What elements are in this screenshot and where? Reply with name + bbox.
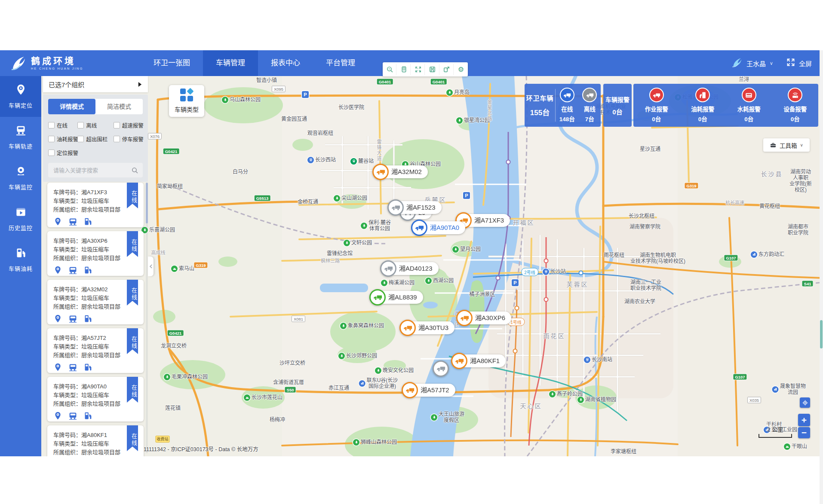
vehicle-card[interactable]: 车牌号码：湘A71XF3 车辆类型：垃圾压缩车 所属组织：厨余垃圾项目部 在线 (47, 183, 144, 227)
map-poi-label: 晟象智慧物流园 (772, 383, 806, 395)
fuel-pump-icon[interactable] (83, 266, 92, 276)
alarm-icon (649, 88, 664, 102)
checkbox-icon[interactable] (48, 122, 55, 128)
map-poi-label: 尖山湖公园 (334, 194, 367, 202)
checkbox-icon[interactable] (77, 122, 84, 128)
vehicle-marker[interactable]: 湘A30XP6 (456, 310, 511, 326)
list-scrollbar-thumb[interactable] (146, 183, 148, 223)
vehicle-marker[interactable]: 湘A80KF1 (451, 353, 506, 369)
offline-stat: 离线 7台 (582, 88, 597, 123)
measure-icon[interactable] (383, 64, 396, 75)
map-poi-label: 杭长高速 (725, 200, 744, 206)
locate-pin-icon[interactable] (53, 217, 62, 227)
track-bus-icon[interactable] (68, 217, 77, 227)
frame-select-icon[interactable] (397, 64, 411, 75)
fit-view-icon[interactable] (412, 64, 425, 75)
org-selector[interactable]: 已选7个组织 (43, 76, 148, 92)
search-icon[interactable] (131, 167, 138, 174)
page-scrollbar[interactable] (820, 50, 823, 504)
checkbox-icon[interactable] (114, 122, 120, 128)
vehicle-card[interactable]: 车牌号码：湘A32M02 车辆类型：垃圾压缩车 所属组织：厨余垃圾项目部 在线 (47, 280, 144, 324)
fuel-pump-icon[interactable] (83, 314, 92, 324)
vehicle-card[interactable]: 车牌号码：湘A80KF1 车辆类型：垃圾压缩车 所属组织：厨余垃圾项目部 在线 (47, 425, 144, 456)
map-poi-label: 望月公园 (452, 245, 481, 253)
vehicle-card[interactable]: 车牌号码：湘A57JT2 车辆类型：垃圾压缩车 所属组织：厨余垃圾项目部 在线 (47, 328, 144, 373)
toolbox-button[interactable]: 工具箱 ∨ (763, 138, 810, 152)
track-bus-icon[interactable] (68, 363, 77, 373)
filter-checkbox[interactable]: 在线 (48, 121, 77, 129)
fuel-pump-icon[interactable] (83, 217, 92, 227)
track-bus-icon[interactable] (68, 266, 77, 276)
locate-pin-icon[interactable] (53, 363, 62, 373)
plate-label: 车牌号码： (53, 432, 81, 438)
arrow-right-icon[interactable] (138, 82, 142, 87)
sidebar-item-vehicle-track[interactable]: 车辆轨迹 (0, 117, 41, 158)
tab-simple-mode[interactable]: 简洁模式 (95, 99, 143, 114)
zoom-out-button[interactable]: − (798, 427, 810, 438)
org-value: 厨余垃圾项目部 (81, 206, 120, 213)
filter-checkbox[interactable]: 定位报警 (48, 149, 77, 157)
settings-icon[interactable]: ⚙ (454, 64, 467, 75)
vehicle-marker[interactable]: 湘A90TA0 (411, 220, 465, 236)
map-poi-label: 长沙郊野公园 (338, 352, 377, 360)
checkbox-icon[interactable] (77, 136, 84, 142)
user-name[interactable]: 王水晶 (746, 59, 766, 68)
menu-vehicle-mgmt[interactable]: 车辆管理 (203, 50, 258, 76)
map-poi-label: 长沙南站 (584, 356, 612, 363)
vehicle-marker[interactable]: 湘A30TU3 (399, 320, 454, 336)
filter-checkbox[interactable]: 油耗报警 (48, 135, 77, 143)
fullscreen-icon[interactable] (786, 58, 795, 68)
vehicle-marker[interactable]: 湘AD40123 (380, 260, 439, 277)
menu-platform-mgmt[interactable]: 平台管理 (313, 50, 368, 76)
filter-checkbox[interactable]: 超出围栏 (77, 135, 114, 143)
vehicle-marker[interactable]: 湘A57JT2 (402, 382, 455, 398)
locate-pin-icon[interactable] (53, 411, 62, 422)
save-icon[interactable] (426, 64, 439, 75)
zoom-in-button[interactable]: + (798, 414, 810, 426)
filter-checkbox[interactable]: 停车报警 (114, 135, 143, 143)
checkbox-icon[interactable] (114, 136, 120, 142)
plate-label: 车牌号码： (53, 335, 81, 341)
page-scrollbar-thumb[interactable] (820, 320, 823, 348)
map-poi-label: 象鼻窝森林公园 (340, 322, 384, 330)
map-canvas[interactable]: 智造小镇 乌山森林公园 长沙医学院 黄金园互通 月亮岛 银星湾公园 观音岩枢纽 … (41, 76, 823, 456)
map-poi-label: 湖南省植物园 (577, 396, 616, 403)
sidebar-item-history-monitor[interactable]: 历史监控 (0, 199, 41, 239)
locate-pin-icon[interactable] (53, 266, 62, 276)
fuel-pump-icon[interactable] (83, 411, 92, 422)
vehicle-marker[interactable] (433, 360, 449, 377)
vehicle-marker[interactable]: 湘A32M02 (372, 164, 428, 180)
share-icon[interactable] (440, 64, 454, 75)
type-label: 车辆类型： (53, 295, 81, 301)
vehicle-marker[interactable]: 湘AF1523 (387, 199, 442, 216)
vehicle-marker[interactable]: 湘AL8839 (369, 289, 423, 305)
sidebar-item-vehicle-monitor[interactable]: 车辆监控 (0, 158, 41, 199)
sidebar-item-vehicle-fuel[interactable]: 车辆油耗 (0, 239, 41, 280)
poi-icon (359, 379, 365, 387)
tab-detail-mode[interactable]: 详情模式 (48, 99, 95, 114)
map-poi-label: 芙蓉区 (567, 281, 589, 287)
filter-checkbox[interactable]: 离线 (77, 121, 114, 129)
locate-button[interactable] (800, 397, 810, 408)
map-poi-label: 沙坪立交桥 (279, 360, 305, 366)
fuel-pump-icon[interactable] (83, 363, 92, 373)
checkbox-icon[interactable] (48, 136, 55, 142)
sidebar-item-vehicle-locate[interactable]: 车辆定位 (0, 76, 41, 117)
fullscreen-label[interactable]: 全屏 (799, 59, 812, 68)
list-scrollbar[interactable] (146, 183, 148, 453)
filter-checkbox[interactable]: 超速报警 (114, 121, 143, 129)
panel-collapse-handle[interactable] (148, 257, 154, 276)
track-bus-icon[interactable] (68, 411, 77, 422)
stat-fuel-alarm: 油耗报警 0台 (680, 88, 726, 123)
checkbox-icon[interactable] (48, 150, 55, 156)
menu-report-center[interactable]: 报表中心 (258, 50, 313, 76)
search-input[interactable] (52, 167, 131, 174)
track-bus-icon[interactable] (68, 314, 77, 324)
menu-huanwei-map[interactable]: 环卫一张图 (141, 50, 203, 76)
vehicle-card[interactable]: 车牌号码：湘A90TA0 车辆类型：垃圾压缩车 所属组织：厨余垃圾项目部 在线 (47, 377, 144, 422)
tiles-icon (180, 89, 193, 101)
vehicle-card[interactable]: 车牌号码：湘A30XP6 车辆类型：垃圾压缩车 所属组织：厨余垃圾项目部 在线 (47, 231, 144, 276)
vehicle-type-button[interactable]: 车辆类型 (169, 85, 204, 117)
locate-pin-icon[interactable] (53, 314, 62, 324)
chevron-down-icon[interactable]: ∨ (770, 61, 773, 66)
